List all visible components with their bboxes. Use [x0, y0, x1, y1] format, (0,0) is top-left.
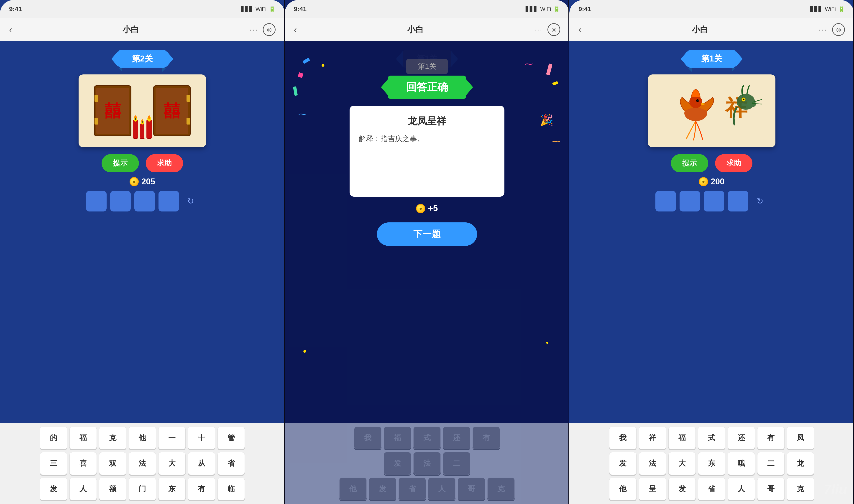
hint-button-right[interactable]: 提示	[671, 154, 708, 172]
status-time-right: 9:41	[579, 5, 591, 13]
answer-desc: 解释：指吉庆之事。	[359, 133, 495, 187]
key-r-long[interactable]: 龙	[787, 452, 814, 475]
nav-circle-left[interactable]: ◎	[263, 23, 275, 36]
svg-rect-3	[94, 118, 98, 125]
dot-yellow-3: ●	[546, 340, 549, 345]
key-de[interactable]: 的	[40, 427, 67, 449]
refresh-button-right[interactable]: ↻	[752, 193, 768, 209]
key-e[interactable]: 额	[99, 478, 126, 500]
coins-amount-left: 205	[141, 177, 155, 186]
key-r-fu[interactable]: 福	[669, 427, 696, 449]
nav-title-middle: 小白	[407, 24, 424, 35]
key-r-ke[interactable]: 克	[787, 478, 814, 500]
key-fa-law[interactable]: 法	[129, 452, 156, 475]
refresh-button-left[interactable]: ↻	[183, 193, 199, 209]
key-ren[interactable]: 人	[69, 478, 97, 500]
key-ta[interactable]: 他	[129, 427, 156, 449]
back-button-right[interactable]: ‹	[579, 24, 582, 35]
battery-icon-r: 🔋	[838, 6, 845, 12]
back-button-middle[interactable]: ‹	[294, 24, 297, 35]
hint-button-left[interactable]: 提示	[102, 154, 139, 172]
nav-circle-right[interactable]: ◎	[832, 23, 845, 36]
answer-box-r4[interactable]	[728, 191, 748, 212]
key-r-feng[interactable]: 凤	[787, 427, 814, 449]
wifi-icon: WiFi	[255, 6, 266, 12]
signal-icon-m: ▋▋▋	[526, 6, 538, 12]
nav-dots-left[interactable]: ···	[249, 25, 258, 34]
key-r-o[interactable]: 哦	[728, 452, 755, 475]
status-time-middle: 9:41	[294, 5, 306, 13]
key-shi[interactable]: 十	[188, 427, 215, 449]
coins-reward-amount: +5	[428, 203, 438, 213]
key-m-hai: 还	[443, 427, 470, 449]
keyboard-row-1-right: 我 祥 福 式 还 有 凤	[572, 427, 852, 449]
status-bar-left: 9:41 ▋▋▋ WiFi 🔋	[0, 0, 285, 18]
key-ke[interactable]: 克	[99, 427, 126, 449]
key-r-wo[interactable]: 我	[609, 427, 637, 449]
answer-box-r3[interactable]	[704, 191, 724, 212]
key-r-xiang[interactable]: 祥	[639, 427, 666, 449]
nav-dots-middle[interactable]: ···	[534, 25, 543, 34]
key-r-ge[interactable]: 哥	[757, 478, 785, 500]
key-r-sheng[interactable]: 省	[698, 478, 725, 500]
help-button-right[interactable]: 求助	[715, 154, 752, 172]
key-r-law[interactable]: 法	[639, 452, 666, 475]
key-m-sheng: 省	[398, 478, 426, 500]
nav-circle-middle[interactable]: ◎	[548, 23, 560, 36]
svg-text:囍: 囍	[105, 102, 121, 120]
key-r-dong[interactable]: 东	[698, 452, 725, 475]
key-sheng[interactable]: 省	[217, 452, 245, 475]
key-xi2[interactable]: 喜	[69, 452, 97, 475]
key-r-da[interactable]: 大	[669, 452, 696, 475]
keyboard-row-1-left: 的 福 克 他 一 十 管	[2, 427, 282, 449]
key-r-cheng[interactable]: 呈	[639, 478, 666, 500]
key-shuang[interactable]: 双	[99, 452, 126, 475]
key-san[interactable]: 三	[40, 452, 67, 475]
nav-dots-right[interactable]: ···	[819, 25, 828, 34]
key-m-law: 法	[413, 452, 441, 475]
game-area-left: 第2关 囍 囍	[0, 41, 285, 423]
key-lin[interactable]: 临	[217, 478, 245, 500]
answer-box-r2[interactable]	[679, 191, 700, 212]
wifi-icon-m: WiFi	[540, 6, 551, 12]
level-label-left: 第2关	[118, 50, 166, 68]
key-m-wo: 我	[354, 427, 381, 449]
key-r-fa2[interactable]: 发	[669, 478, 696, 500]
answer-box-1[interactable]	[86, 191, 107, 212]
key-guan[interactable]: 管	[217, 427, 245, 449]
watermark: 7liu	[824, 482, 847, 497]
key-yi[interactable]: 一	[158, 427, 185, 449]
keyboard-right: 我 祥 福 式 还 有 凤 发 法 大 东 哦 二 龙 他 呈 发 省 人 哥 …	[569, 423, 854, 504]
game-area-middle: 第1关 🎉 ⁓ ⁓ ⁓ ● ● ● 第1关 回答正确 龙凤呈祥 解释：指吉庆之事	[285, 41, 569, 423]
key-r-ta[interactable]: 他	[609, 478, 637, 500]
key-fa[interactable]: 发	[40, 478, 67, 500]
key-you[interactable]: 有	[188, 478, 215, 500]
key-fu[interactable]: 福	[69, 427, 97, 449]
confetti-swirl: ⁓	[525, 59, 533, 69]
answer-box-r1[interactable]	[655, 191, 676, 212]
key-r-er[interactable]: 二	[757, 452, 785, 475]
key-r-hai[interactable]: 还	[728, 427, 755, 449]
key-dong[interactable]: 东	[158, 478, 185, 500]
help-button-left[interactable]: 求助	[146, 154, 183, 172]
nav-actions-left: ··· ◎	[249, 23, 275, 36]
correct-banner: 回答正确	[388, 76, 466, 99]
battery-icon-m: 🔋	[553, 6, 560, 12]
key-r-shi[interactable]: 式	[698, 427, 725, 449]
nav-bar-left: ‹ 小白 ··· ◎	[0, 18, 285, 41]
key-r-you[interactable]: 有	[757, 427, 785, 449]
back-button-left[interactable]: ‹	[9, 24, 12, 35]
dot-yellow-2: ●	[303, 347, 307, 355]
key-cong[interactable]: 从	[188, 452, 215, 475]
key-r-ren[interactable]: 人	[728, 478, 755, 500]
next-button[interactable]: 下一题	[377, 222, 477, 246]
key-m-shi: 式	[413, 427, 441, 449]
answer-box-4[interactable]	[159, 191, 179, 212]
key-da[interactable]: 大	[158, 452, 185, 475]
key-r-fa[interactable]: 发	[609, 452, 637, 475]
answer-box-3[interactable]	[135, 191, 155, 212]
answer-box-2[interactable]	[110, 191, 131, 212]
keyboard-row-3-middle: 他 发 省 人 哥 克	[287, 478, 567, 500]
key-men[interactable]: 门	[129, 478, 156, 500]
status-bar-right: 9:41 ▋▋▋ WiFi 🔋	[569, 0, 854, 18]
